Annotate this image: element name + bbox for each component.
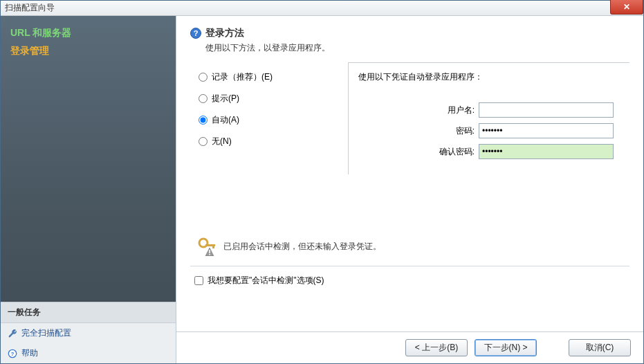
radio-row-record[interactable]: 记录（推荐）(E)	[197, 66, 335, 88]
warning-bar: 已启用会话中检测，但还未输入登录凭证。	[190, 230, 629, 266]
radio-none[interactable]	[199, 137, 208, 146]
svg-text:?: ?	[11, 351, 15, 357]
credentials-heading: 使用以下凭证自动登录应用程序：	[358, 71, 620, 83]
next-button[interactable]: 下一步(N) >	[475, 339, 537, 356]
row-confirm: 确认密码:	[358, 144, 620, 159]
info-icon: ?	[190, 28, 201, 39]
sidebar-general-tasks: 一般任务 完全扫描配置 ? 帮助	[1, 302, 176, 363]
full-scan-config-link[interactable]: 完全扫描配置	[1, 323, 176, 343]
password-input[interactable]	[479, 123, 614, 138]
step-login-management: 登录管理	[10, 45, 166, 57]
key-warning-icon	[196, 237, 218, 256]
credentials-panel: 使用以下凭证自动登录应用程序： 用户名: 密码: 确认密码:	[348, 62, 629, 174]
window-title: 扫描配置向导	[5, 2, 55, 14]
content-area: ? 登录方法 使用以下方法，以登录应用程序。 记录（推荐）(E) 提示(P)	[176, 16, 643, 331]
help-link[interactable]: ? 帮助	[1, 343, 176, 363]
svg-rect-5	[209, 250, 210, 253]
main-panel: ? 登录方法 使用以下方法，以登录应用程序。 记录（推荐）(E) 提示(P)	[176, 16, 643, 363]
wizard-steps: URL 和服务器 登录管理	[1, 16, 176, 74]
session-detection-label[interactable]: 我想要配置"会话中检测"选项(S)	[208, 275, 324, 286]
back-button[interactable]: < 上一步(B)	[405, 339, 468, 356]
username-input[interactable]	[479, 102, 614, 118]
radio-row-auto[interactable]: 自动(A)	[197, 109, 335, 131]
radio-prompt-label[interactable]: 提示(P)	[212, 93, 239, 104]
confirm-password-label: 确认密码:	[421, 146, 475, 158]
radio-auto[interactable]	[199, 116, 208, 125]
radio-auto-label[interactable]: 自动(A)	[212, 114, 239, 126]
page-subtitle: 使用以下方法，以登录应用程序。	[205, 42, 629, 54]
username-label: 用户名:	[421, 104, 475, 116]
radio-row-none[interactable]: 无(N)	[197, 131, 335, 152]
close-icon: ✕	[623, 2, 630, 12]
method-radios: 记录（推荐）(E) 提示(P) 自动(A) 无(N)	[197, 62, 335, 174]
close-button[interactable]: ✕	[610, 0, 643, 15]
window-body: URL 和服务器 登录管理 一般任务 完全扫描配置 ? 帮助	[1, 16, 643, 363]
wizard-window: 扫描配置向导 ✕ URL 和服务器 登录管理 一般任务 完全扫描配置	[0, 0, 644, 364]
row-username: 用户名:	[358, 102, 620, 118]
step-url-servers: URL 和服务器	[10, 27, 166, 39]
full-scan-config-label: 完全扫描配置	[21, 327, 71, 339]
warning-message: 已启用会话中检测，但还未输入登录凭证。	[223, 241, 381, 253]
sidebar: URL 和服务器 登录管理 一般任务 完全扫描配置 ? 帮助	[1, 16, 176, 363]
row-password: 密码:	[358, 123, 620, 138]
help-icon: ?	[8, 349, 17, 358]
page-header: ? 登录方法	[190, 27, 629, 39]
radio-record[interactable]	[199, 73, 208, 82]
cancel-button[interactable]: 取消(C)	[569, 339, 631, 356]
svg-rect-4	[212, 244, 214, 248]
general-tasks-header: 一般任务	[1, 302, 176, 323]
wrench-icon	[8, 329, 17, 338]
radio-record-label[interactable]: 记录（推荐）(E)	[212, 71, 273, 83]
confirm-password-input[interactable]	[479, 144, 614, 159]
svg-rect-6	[209, 254, 210, 255]
page-title: 登录方法	[205, 27, 244, 39]
login-method-area: 记录（推荐）(E) 提示(P) 自动(A) 无(N)	[197, 62, 629, 174]
titlebar: 扫描配置向导 ✕	[1, 1, 643, 16]
radio-prompt[interactable]	[199, 94, 208, 103]
radio-row-prompt[interactable]: 提示(P)	[197, 88, 335, 109]
session-detection-checkbox[interactable]	[194, 276, 203, 285]
help-label: 帮助	[21, 347, 38, 359]
footer: < 上一步(B) 下一步(N) > 取消(C)	[176, 331, 643, 363]
password-label: 密码:	[421, 125, 475, 137]
radio-none-label[interactable]: 无(N)	[212, 136, 232, 147]
session-detection-row[interactable]: 我想要配置"会话中检测"选项(S)	[190, 266, 629, 295]
